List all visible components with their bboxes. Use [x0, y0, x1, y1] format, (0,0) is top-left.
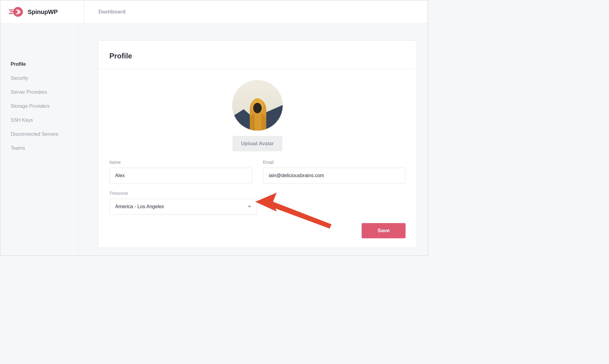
- breadcrumb[interactable]: Dashboard: [84, 9, 126, 15]
- name-label: Name: [109, 160, 252, 165]
- sidebar-item-ssh-keys[interactable]: SSH Keys: [0, 113, 78, 127]
- avatar-section: Upload Avatar: [109, 80, 405, 151]
- logo-text: SpinupWP: [28, 9, 58, 16]
- svg-rect-2: [10, 11, 14, 12]
- sidebar-item-security[interactable]: Security: [0, 71, 78, 85]
- logo[interactable]: SpinupWP: [0, 0, 84, 23]
- upload-avatar-button[interactable]: Upload Avatar: [232, 136, 282, 151]
- email-field-group: Email: [263, 160, 405, 184]
- sidebar-item-server-providers[interactable]: Server Providers: [0, 85, 78, 99]
- name-input[interactable]: [109, 168, 252, 184]
- timezone-field-group: Timezone America - Los Angeles: [109, 191, 257, 215]
- name-field-group: Name: [109, 160, 252, 184]
- chevron-down-icon: [248, 206, 251, 208]
- svg-rect-1: [9, 9, 13, 10]
- svg-point-5: [253, 103, 262, 113]
- sidebar: Profile Security Server Providers Storag…: [0, 24, 79, 255]
- logo-icon: [9, 7, 24, 17]
- topbar: SpinupWP Dashboard: [0, 0, 428, 24]
- timezone-select[interactable]: America - Los Angeles: [109, 199, 257, 215]
- avatar: [232, 80, 283, 131]
- card-body: Upload Avatar Name Email Timezone: [98, 69, 416, 247]
- timezone-value: America - Los Angeles: [115, 204, 164, 209]
- profile-card: Profile: [98, 40, 417, 248]
- main: Profile: [79, 24, 428, 255]
- card-header: Profile: [98, 41, 416, 69]
- sidebar-item-storage-providers[interactable]: Storage Providers: [0, 99, 78, 113]
- page-title: Profile: [109, 52, 405, 60]
- timezone-label: Timezone: [109, 191, 257, 196]
- save-button[interactable]: Save: [362, 223, 405, 238]
- sidebar-item-teams[interactable]: Teams: [0, 141, 78, 155]
- sidebar-item-profile[interactable]: Profile: [0, 57, 78, 71]
- email-label: Email: [263, 160, 405, 165]
- svg-rect-3: [9, 13, 13, 14]
- sidebar-item-disconnected-servers[interactable]: Disconnected Servers: [0, 127, 78, 141]
- email-input[interactable]: [263, 168, 405, 184]
